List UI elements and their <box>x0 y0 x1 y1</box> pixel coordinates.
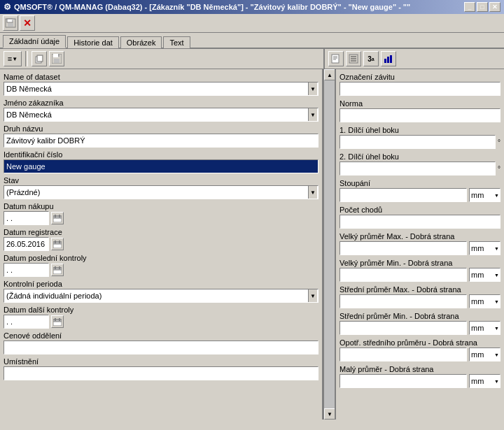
datum-dalsi-kontroly-group: Datum další kontroly <box>4 306 318 329</box>
copy-button[interactable] <box>31 51 47 66</box>
stredni-prumer-max-dobra-unit-select[interactable]: mm <box>469 294 500 308</box>
kontrolni-perioda-select[interactable]: (Žádná individuální perioda) <box>4 289 318 303</box>
svg-rect-38 <box>59 318 60 321</box>
svg-rect-24 <box>53 216 62 218</box>
druh-nazvu-input[interactable] <box>4 134 318 148</box>
save-toolbar-button[interactable] <box>3 15 18 31</box>
left-scrollbar[interactable]: ▲ ▼ <box>323 69 335 420</box>
dilci-uhel-boku-1-group: 1. Dílčí úhel boku ° <box>340 126 500 149</box>
title-bar: ⚙ QMSOFT® / QM-MANAG (Dabaq32) - [Zákazn… <box>0 0 504 14</box>
norma-group: Norma <box>340 99 500 122</box>
svg-rect-10 <box>58 54 59 57</box>
svg-rect-28 <box>53 242 62 244</box>
jmeno-zakaznika-label: Jméno zákazníka <box>4 99 318 107</box>
app-icon: ⚙ <box>4 2 11 12</box>
datum-nakupu-input[interactable] <box>4 211 49 225</box>
scroll-up-button[interactable]: ▲ <box>324 69 335 80</box>
datum-registrace-calendar-button[interactable] <box>51 238 64 250</box>
cenove-oddeleni-input[interactable] <box>4 341 318 354</box>
maly-prumer-dobra-unit-select[interactable]: mm <box>469 374 500 388</box>
maly-prumer-dobra-input[interactable] <box>340 374 467 388</box>
cenove-oddeleni-label: Cenové oddělení <box>4 331 318 340</box>
svg-rect-30 <box>59 241 60 243</box>
opot-stredniho-prumeru-dobra-input[interactable] <box>340 347 467 361</box>
name-of-dataset-select[interactable]: DB Německá <box>4 82 318 96</box>
stredni-prumer-min-dobra-unit-wrapper: mm <box>469 321 500 335</box>
right-btn-4[interactable] <box>381 51 396 66</box>
stav-group: Stav (Prázdné) <box>4 176 318 199</box>
stredni-prumer-max-dobra-group: Střední průměr Max. - Dobrá strana mm <box>340 285 500 308</box>
velky-prumer-max-dobra-input[interactable] <box>340 241 467 255</box>
stredni-prumer-min-dobra-input[interactable] <box>340 321 467 335</box>
velky-prumer-min-dobra-group: Velký průměr Min. - Dobrá strana mm <box>340 259 500 282</box>
identifikacni-cislo-input[interactable] <box>4 159 318 173</box>
datum-registrace-input[interactable] <box>4 237 49 251</box>
jmeno-zakaznika-wrapper: DB Německá <box>4 108 318 122</box>
svg-rect-34 <box>59 266 60 269</box>
tab-historie-dat[interactable]: Historie dat <box>67 36 119 48</box>
norma-input[interactable] <box>340 108 500 122</box>
velky-prumer-min-dobra-label: Velký průměr Min. - Dobrá strana <box>340 259 500 267</box>
tab-obrazek[interactable]: Obrázek <box>120 36 162 48</box>
velky-prumer-min-dobra-unit-select[interactable]: mm <box>469 268 500 282</box>
stredni-prumer-max-dobra-row: mm <box>340 294 500 308</box>
svg-rect-22 <box>390 55 392 63</box>
datum-dalsi-kontroly-calendar-button[interactable] <box>51 315 64 328</box>
datum-nakupu-calendar-button[interactable] <box>51 212 64 224</box>
stredni-prumer-max-dobra-input[interactable] <box>340 294 467 308</box>
norma-label: Norma <box>340 99 500 108</box>
velky-prumer-max-dobra-unit-select[interactable]: mm <box>469 241 500 255</box>
svg-rect-1 <box>7 19 13 22</box>
menu-button[interactable]: ≡ ▼ <box>4 51 22 66</box>
datum-posledni-kontroly-row <box>4 263 318 277</box>
pocet-chodu-input[interactable] <box>340 215 500 229</box>
minimize-button[interactable]: _ <box>464 2 475 12</box>
datum-posledni-kontroly-input[interactable] <box>4 263 49 277</box>
svg-rect-33 <box>55 266 56 269</box>
svg-rect-6 <box>38 56 42 61</box>
jmeno-zakaznika-group: Jméno zákazníka DB Německá <box>4 99 318 122</box>
scroll-track[interactable] <box>324 80 335 408</box>
datum-nakupu-row <box>4 211 318 225</box>
pocet-chodu-group: Počet chodů <box>340 206 500 229</box>
velky-prumer-max-dobra-group: Velký průměr Max. - Dobrá strana mm <box>340 232 500 255</box>
datum-dalsi-kontroly-label: Datum další kontroly <box>4 306 318 314</box>
oznaceni-zavitu-input[interactable] <box>340 82 500 96</box>
stav-select[interactable]: (Prázdné) <box>4 185 318 199</box>
close-toolbar-button[interactable]: ✕ <box>20 15 35 31</box>
stoupani-input[interactable] <box>340 188 467 202</box>
datum-registrace-group: Datum registrace <box>4 228 318 251</box>
opot-stredniho-prumeru-dobra-unit-wrapper: mm <box>469 347 500 361</box>
left-panel: Name of dataset DB Německá Jméno zákazní… <box>0 69 323 420</box>
datum-posledni-kontroly-group: Datum poslední kontroly <box>4 254 318 277</box>
tab-text[interactable]: Text <box>163 36 190 48</box>
jmeno-zakaznika-select[interactable]: DB Německá <box>4 108 318 122</box>
save-main-button[interactable] <box>49 51 64 66</box>
datum-dalsi-kontroly-input[interactable] <box>4 315 49 329</box>
svg-rect-29 <box>55 241 56 243</box>
stredni-prumer-min-dobra-row: mm <box>340 321 500 335</box>
oznaceni-zavitu-label: Označení závitu <box>340 73 500 81</box>
dilci-uhel-boku-2-input[interactable] <box>340 162 496 175</box>
stoupani-unit-select[interactable]: mm <box>469 188 500 202</box>
stredni-prumer-min-dobra-unit-select[interactable]: mm <box>469 321 500 335</box>
svg-rect-25 <box>55 215 56 217</box>
datum-dalsi-kontroly-row <box>4 315 318 329</box>
right-btn-1[interactable] <box>328 51 344 66</box>
opot-stredniho-prumeru-dobra-unit-select[interactable]: mm <box>469 347 500 361</box>
dilci-uhel-boku-1-input[interactable] <box>340 135 496 149</box>
calendar-reg-icon <box>53 241 62 248</box>
maly-prumer-dobra-group: Malý průměr - Dobrá strana mm <box>340 365 500 388</box>
umisteni-group: Umístnění <box>4 357 318 380</box>
velky-prumer-min-dobra-input[interactable] <box>340 268 467 282</box>
tab-zakladni-udaje[interactable]: Základní údaje <box>3 35 66 48</box>
velky-prumer-min-dobra-row: mm <box>340 268 500 282</box>
right-btn-3[interactable]: 3a <box>363 51 379 66</box>
umisteni-input[interactable] <box>4 366 318 380</box>
right-btn-2[interactable] <box>346 51 361 66</box>
datum-posledni-kontroly-calendar-button[interactable] <box>51 264 64 276</box>
scroll-down-button[interactable]: ▼ <box>324 408 335 420</box>
close-button[interactable]: ✕ <box>489 2 500 12</box>
maximize-button[interactable]: □ <box>477 2 488 12</box>
tabs-bar: Základní údaje Historie dat Obrázek Text <box>0 33 504 49</box>
